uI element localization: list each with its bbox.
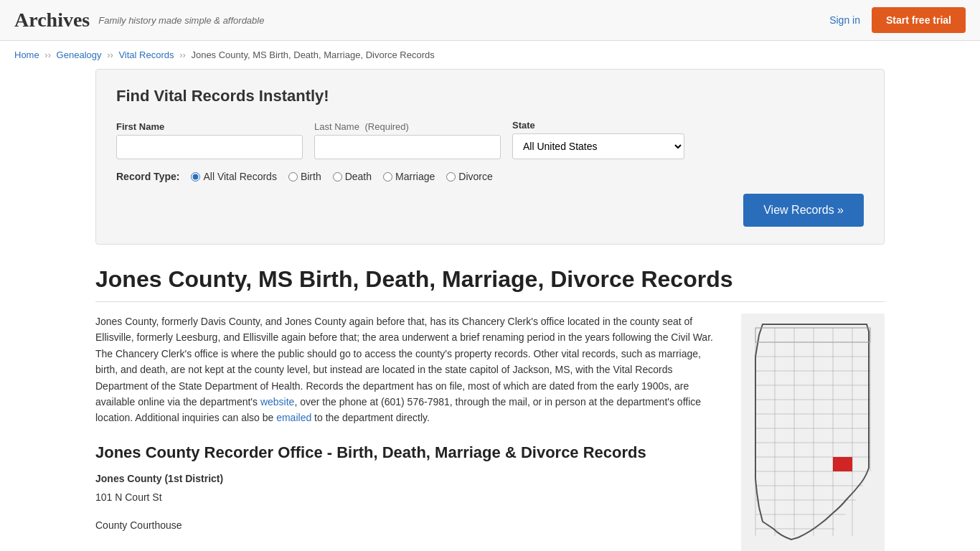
sep1: ››: [44, 50, 51, 60]
search-title: Find Vital Records Instantly!: [116, 87, 864, 105]
address-line1: 101 N Court St: [95, 489, 720, 505]
search-fields: First Name Last Name (Required) State Al…: [116, 120, 864, 159]
mississippi-svg: [741, 314, 885, 551]
last-name-group: Last Name (Required): [314, 121, 501, 159]
radio-marriage-label: Marriage: [395, 171, 435, 182]
record-type-label: Record Type:: [116, 171, 179, 182]
sep2: ››: [107, 50, 113, 60]
last-name-input[interactable]: [314, 135, 501, 159]
radio-all-vital-label: All Vital Records: [203, 171, 276, 182]
body-paragraph-1: Jones County, formerly Davis County, and…: [95, 314, 720, 426]
state-select[interactable]: All United States Alabama Alaska Arizona…: [512, 133, 684, 159]
emailed-link[interactable]: emailed: [276, 412, 311, 423]
first-name-input[interactable]: [116, 135, 303, 159]
content-area: Jones County, formerly Davis County, and…: [95, 314, 885, 551]
first-name-group: First Name: [116, 121, 303, 159]
content-text: Jones County, formerly Davis County, and…: [95, 314, 720, 551]
state-label: State: [512, 120, 684, 131]
radio-divorce-label: Divorce: [458, 171, 492, 182]
main-content: Find Vital Records Instantly! First Name…: [81, 69, 899, 551]
radio-birth-label: Birth: [301, 171, 321, 182]
breadcrumb-current: Jones County, MS Birth, Death, Marriage,…: [191, 50, 434, 60]
tagline: Family history made simple & affordable: [98, 15, 264, 26]
radio-divorce[interactable]: Divorce: [446, 171, 492, 182]
first-name-label: First Name: [116, 121, 303, 132]
sep3: ››: [179, 50, 186, 60]
office-name: Jones County (1st District): [95, 471, 720, 486]
header-left: Archives Family history made simple & af…: [14, 9, 264, 32]
radio-divorce-input[interactable]: [446, 172, 456, 182]
page-title: Jones County, MS Birth, Death, Marriage,…: [95, 266, 885, 302]
address-line2: County Courthouse: [95, 517, 720, 533]
sign-in-link[interactable]: Sign in: [829, 14, 860, 26]
record-type-row: Record Type: All Vital Records Birth Dea…: [116, 171, 864, 182]
svg-rect-0: [741, 314, 885, 551]
state-group: State All United States Alabama Alaska A…: [512, 120, 684, 159]
breadcrumb-genealogy[interactable]: Genealogy: [57, 50, 102, 60]
radio-marriage[interactable]: Marriage: [383, 171, 435, 182]
radio-death-label: Death: [345, 171, 372, 182]
radio-death[interactable]: Death: [333, 171, 372, 182]
radio-all-vital-input[interactable]: [191, 172, 200, 182]
view-records-button[interactable]: View Records »: [743, 194, 864, 227]
website-link[interactable]: website: [260, 396, 294, 408]
breadcrumb-home[interactable]: Home: [14, 50, 39, 60]
radio-marriage-input[interactable]: [383, 172, 392, 182]
logo: Archives: [14, 9, 90, 32]
recorder-office-title: Jones County Recorder Office - Birth, De…: [95, 443, 720, 462]
search-box: Find Vital Records Instantly! First Name…: [95, 69, 885, 245]
start-trial-button[interactable]: Start free trial: [872, 7, 966, 33]
breadcrumb-vital-records[interactable]: Vital Records: [118, 50, 174, 60]
svg-rect-23: [833, 457, 852, 471]
radio-all-vital[interactable]: All Vital Records: [191, 171, 276, 182]
header: Archives Family history made simple & af…: [0, 0, 980, 41]
last-name-label: Last Name (Required): [314, 121, 501, 132]
radio-birth[interactable]: Birth: [288, 171, 321, 182]
breadcrumb: Home ›› Genealogy ›› Vital Records ›› Jo…: [0, 41, 980, 69]
radio-birth-input[interactable]: [288, 172, 298, 182]
ms-map: [741, 314, 885, 551]
header-right: Sign in Start free trial: [829, 7, 966, 33]
radio-death-input[interactable]: [333, 172, 342, 182]
